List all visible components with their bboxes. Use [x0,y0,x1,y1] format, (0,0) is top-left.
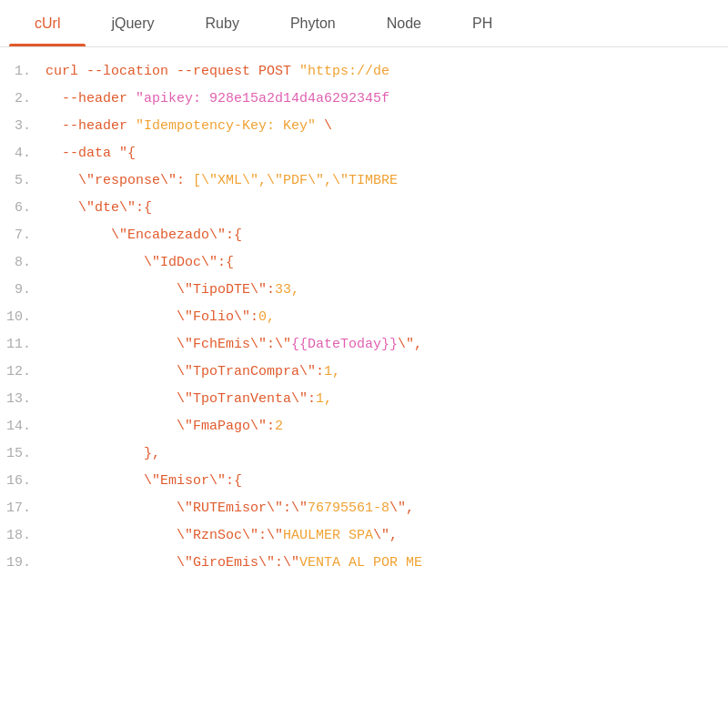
code-segment: 2 [275,419,283,434]
code-segment: \"RznSoc\":\" [46,528,283,543]
code-line: 5. \"response\": [\"XML\",\"PDF\",\"TIMB… [0,167,728,195]
line-number: 8. [0,251,46,275]
line-number: 17. [0,497,46,521]
line-content: \"Emisor\":{ [46,470,242,493]
tab-ph[interactable]: PH [447,0,518,46]
code-segment: \"Encabezado\":{ [46,228,242,243]
code-segment: \"Emisor\":{ [46,473,242,489]
line-content: \"TpoTranVenta\":1, [46,388,332,411]
tab-ruby[interactable]: Ruby [180,0,265,46]
code-line: 1.curl --location --request POST "https:… [0,58,728,86]
code-segment: --header [46,118,136,134]
line-content: \"RUTEmisor\":\"76795561-8\", [46,497,414,521]
tab-curl[interactable]: cUrl [9,0,86,46]
line-content: \"TpoTranCompra\":1, [46,360,340,384]
tab-phyton[interactable]: Phyton [265,0,361,46]
code-line: 14. \"FmaPago\":2 [0,413,728,440]
code-segment: \"IdDoc\":{ [46,255,234,270]
code-line: 10. \"Folio\":0, [0,304,728,331]
code-segment: \", [398,337,422,352]
line-content: \"IdDoc\":{ [46,251,234,275]
line-number: 1. [0,60,46,84]
line-content: \"dte\":{ [46,197,152,220]
line-number: 12. [0,360,46,384]
line-content: --header "Idempotency-Key: Key" \ [46,115,332,138]
code-line: 15. }, [0,440,728,468]
code-line: 6. \"dte\":{ [0,195,728,222]
code-line: 7. \"Encabezado\":{ [0,222,728,249]
line-number: 3. [0,115,46,138]
line-number: 6. [0,197,46,220]
code-line: 2. --header "apikey: 928e15a2d14d4a62923… [0,86,728,113]
code-segment: \"dte\":{ [46,200,152,216]
line-content: \"FchEmis\":\"{{DateToday}}\", [46,333,422,357]
line-number: 14. [0,415,46,439]
code-line: 13. \"TpoTranVenta\":1, [0,386,728,413]
line-content: \"RznSoc\":\"HAULMER SPA\", [46,524,398,548]
code-segment: curl --location --request POST [46,64,299,79]
line-number: 16. [0,470,46,493]
line-number: 7. [0,224,46,248]
code-segment: 1, [316,391,332,407]
line-content: \"FmaPago\":2 [46,415,283,439]
code-segment: \"Folio\": [46,309,258,325]
code-segment: \", [389,500,414,516]
code-segment: \"response\": [46,173,193,188]
line-content: \"response\": [\"XML\",\"PDF\",\"TIMBRE [46,169,398,193]
code-line: 18. \"RznSoc\":\"HAULMER SPA\", [0,522,728,550]
code-segment: "apikey: 928e15a2d14d4a6292345f [136,91,389,106]
code-segment: [\"XML\",\"PDF\",\"TIMBRE [193,173,398,188]
code-container: 1.curl --location --request POST "https:… [0,47,728,728]
line-content: \"Encabezado\":{ [46,224,242,248]
code-segment: "https://de [299,64,389,79]
tab-jquery[interactable]: jQuery [86,0,179,46]
line-content: curl --location --request POST "https://… [46,60,389,84]
code-line: 9. \"TipoDTE\":33, [0,277,728,304]
code-line: 17. \"RUTEmisor\":\"76795561-8\", [0,495,728,522]
code-line: 11. \"FchEmis\":\"{{DateToday}}\", [0,331,728,359]
code-segment: \"TpoTranVenta\": [46,391,316,407]
code-segment: 33, [275,282,299,298]
code-segment: \"FmaPago\": [46,419,275,434]
line-number: 18. [0,524,46,548]
code-segment: }, [46,446,160,461]
code-segment: {{DateToday}} [291,337,398,352]
line-number: 4. [0,142,46,166]
line-number: 9. [0,278,46,302]
line-content: \"TipoDTE\":33, [46,278,299,302]
code-segment: \"TipoDTE\": [46,282,275,298]
line-number: 15. [0,442,46,466]
code-segment: \"RUTEmisor\":\" [46,500,308,516]
code-segment: 1, [324,364,340,379]
line-content: --header "apikey: 928e15a2d14d4a6292345f [46,87,389,111]
code-line: 3. --header "Idempotency-Key: Key" \ [0,113,728,140]
code-segment: 0, [258,309,275,325]
code-line: 12. \"TpoTranCompra\":1, [0,359,728,386]
line-content: \"GiroEmis\":\"VENTA AL POR ME [46,551,422,575]
line-number: 2. [0,87,46,111]
line-content: --data "{ [46,142,136,166]
code-segment: \", [373,528,398,543]
code-line: 8. \"IdDoc\":{ [0,249,728,277]
code-line: 16. \"Emisor\":{ [0,468,728,495]
code-line: 4. --data "{ [0,140,728,167]
code-segment: --header [46,91,136,106]
line-content: \"Folio\":0, [46,306,275,329]
code-segment: 76795561-8 [308,500,389,516]
tab-node[interactable]: Node [361,0,447,46]
line-number: 19. [0,551,46,575]
line-number: 5. [0,169,46,193]
code-line: 19. \"GiroEmis\":\"VENTA AL POR ME [0,550,728,577]
code-segment: "Idempotency-Key: Key" [136,118,316,134]
tab-bar: cUrljQueryRubyPhytonNodePH [0,0,728,47]
code-segment: HAULMER SPA [283,528,373,543]
code-segment: VENTA AL POR ME [299,555,422,571]
line-number: 13. [0,388,46,411]
line-content: }, [46,442,160,466]
code-segment: --data "{ [46,146,136,161]
code-segment: \"FchEmis\":\" [46,337,291,352]
code-segment: \"GiroEmis\":\" [46,555,299,571]
code-segment: \ [316,118,332,134]
code-segment: \"TpoTranCompra\": [46,364,324,379]
line-number: 11. [0,333,46,357]
